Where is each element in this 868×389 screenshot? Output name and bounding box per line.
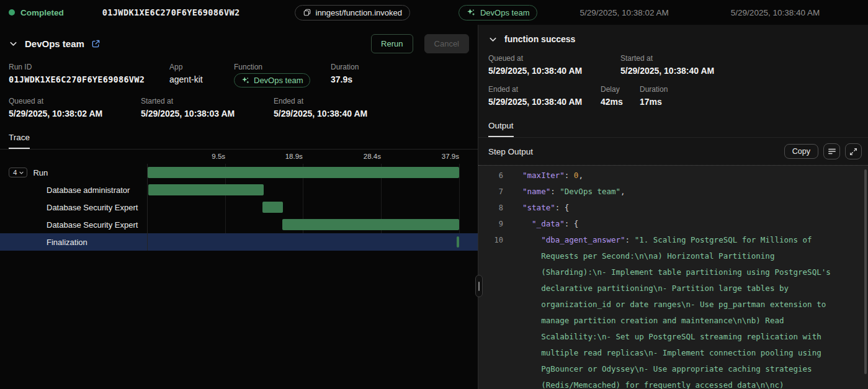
trace-rows: 4RunDatabase administratorDatabase Secur…	[0, 164, 478, 251]
sparkles-icon	[467, 8, 476, 17]
copy-button[interactable]: Copy	[784, 144, 818, 159]
right-tabs: Output	[478, 116, 868, 138]
trace-row-database-security-expert[interactable]: Database Security Expert	[0, 199, 478, 216]
trace-step-name: Database Security Expert	[47, 220, 138, 230]
wrap-lines-button[interactable]	[823, 143, 840, 159]
trace-waterfall: 9.5s18.9s28.4s37.9s 4RunDatabase adminis…	[0, 150, 478, 251]
code-scrollbar[interactable]	[864, 169, 867, 383]
function-badge-topbar[interactable]: DevOps team	[459, 5, 537, 20]
trace-row-label: Database administrator	[0, 186, 147, 195]
field-queued-at: Queued at 5/29/2025, 10:38:02 AM	[9, 97, 141, 118]
chevron-down-icon[interactable]	[488, 35, 498, 44]
trace-row-timeline	[147, 181, 459, 199]
duration-value: 37.9s	[331, 74, 359, 84]
line-number: 6	[478, 168, 503, 184]
run-start-timestamp: 5/29/2025, 10:38:02 AM	[579, 8, 668, 17]
step-metadata: Queued at 5/29/2025, 10:38:40 AM Started…	[478, 53, 868, 116]
trace-row-label: Finalization	[0, 238, 147, 247]
wrap-lines-icon	[828, 147, 836, 156]
field-started-at: Started at 5/29/2025, 10:38:40 AM	[620, 54, 714, 76]
trace-row-label: Database Security Expert	[0, 203, 147, 212]
step-output-code: 6"maxIter": 0,7"name": "DevOps team",8"s…	[478, 165, 868, 389]
sparkles-icon	[241, 76, 250, 85]
tab-output[interactable]: Output	[488, 121, 514, 137]
run-end-timestamp: 5/29/2025, 10:38:40 AM	[731, 8, 820, 17]
line-number: 9	[478, 216, 503, 232]
event-badge[interactable]: inngest/function.invoked	[295, 5, 410, 20]
code-line: 10"dba_agent_answer": "1. Scaling Postgr…	[478, 232, 868, 389]
chevron-down-icon	[19, 170, 24, 176]
code-line-text: "name": "DevOps team",	[513, 184, 868, 200]
run-metadata: Run ID 01JWDK1XE6C270F6YE69086VW2 App ag…	[0, 61, 478, 128]
run-id-value: 01JWDK1XE6C270F6YE69086VW2	[9, 74, 169, 84]
trace-row-run[interactable]: 4Run	[0, 164, 478, 181]
status-dot-icon	[9, 9, 15, 16]
axis-tick-label: 37.9s	[442, 153, 459, 160]
code-line-text: "maxIter": 0,	[513, 168, 868, 184]
trace-step-name: Database Security Expert	[47, 203, 138, 212]
event-badge-label: inngest/function.invoked	[316, 8, 402, 17]
external-link-icon[interactable]	[91, 39, 101, 48]
right-panel-title: function success	[504, 34, 575, 44]
trace-row-timeline	[147, 164, 459, 181]
trace-row-timeline	[147, 233, 459, 251]
trace-span-bar[interactable]	[148, 184, 264, 195]
trace-time-axis: 9.5s18.9s28.4s37.9s	[0, 150, 478, 164]
topbar: Completed 01JWDK1XE6C270F6YE69086VW2 inn…	[0, 0, 868, 25]
panel-resize-handle[interactable]	[475, 275, 483, 297]
topbar-run-id: 01JWDK1XE6C270F6YE69086VW2	[102, 7, 240, 17]
right-panel-header: function success	[478, 25, 868, 53]
function-badge-label: DevOps team	[480, 8, 529, 17]
trace-span-bar[interactable]	[282, 219, 459, 230]
tab-trace[interactable]: Trace	[9, 133, 30, 149]
field-ended-at: Ended at 5/29/2025, 10:38:40 AM	[488, 85, 601, 107]
cancel-button[interactable]: Cancel	[424, 34, 469, 53]
chevron-down-icon[interactable]	[9, 39, 18, 48]
trace-row-finalization[interactable]: Finalization	[0, 233, 478, 251]
line-number: 7	[478, 184, 503, 200]
function-badge-label: DevOps team	[254, 76, 303, 85]
code-line-text: "dba_agent_answer": "1. Scaling PostgreS…	[513, 232, 868, 389]
main-split: DevOps team Rerun Cancel Run ID 01JWDK1X…	[0, 25, 868, 389]
run-details-panel: DevOps team Rerun Cancel Run ID 01JWDK1X…	[0, 25, 478, 389]
axis-tick-label: 18.9s	[285, 153, 303, 160]
trace-span-bar[interactable]	[262, 202, 283, 213]
trace-row-database-administrator[interactable]: Database administrator	[0, 181, 478, 199]
trace-span-bar[interactable]	[457, 236, 459, 248]
expand-button[interactable]	[845, 143, 862, 159]
trace-step-name: Database administrator	[47, 186, 130, 195]
run-status: Completed	[20, 8, 64, 17]
field-delay: Delay 42ms	[601, 85, 640, 107]
code-line-text: "state": {	[513, 200, 868, 216]
code-line-text: "_data": {	[513, 216, 868, 232]
trace-row-database-security-expert[interactable]: Database Security Expert	[0, 216, 478, 233]
field-run-id: Run ID 01JWDK1XE6C270F6YE69086VW2	[9, 63, 169, 87]
step-output-title: Step Output	[488, 147, 779, 156]
code-scrollbar-thumb[interactable]	[864, 169, 867, 374]
field-duration: Duration 37.9s	[331, 63, 359, 87]
line-number: 10	[478, 232, 503, 389]
expand-icon	[849, 148, 857, 156]
rerun-button[interactable]: Rerun	[371, 34, 413, 53]
trace-row-label: 4Run	[0, 168, 147, 177]
function-badge[interactable]: DevOps team	[234, 73, 310, 87]
field-duration: Duration 17ms	[640, 85, 668, 107]
app-link[interactable]: agent-kit	[169, 74, 234, 84]
trace-span-bar[interactable]	[148, 167, 459, 178]
code-lines: 6"maxIter": 0,7"name": "DevOps team",8"s…	[478, 168, 868, 389]
code-line: 6"maxIter": 0,	[478, 168, 868, 184]
event-icon	[303, 8, 311, 17]
steps-count-expander[interactable]: 4	[9, 168, 27, 177]
trace-row-timeline	[147, 216, 459, 233]
left-panel-header: DevOps team Rerun Cancel	[0, 25, 478, 61]
field-started-at: Started at 5/29/2025, 10:38:03 AM	[141, 97, 274, 118]
trace-row-label: Database Security Expert	[0, 220, 147, 230]
trace-step-name: Run	[33, 168, 48, 177]
left-tabs: Trace	[0, 128, 478, 150]
step-details-panel: function success Queued at 5/29/2025, 10…	[478, 25, 868, 389]
step-output-toolbar: Step Output Copy	[478, 138, 868, 165]
code-line: 9"_data": {	[478, 216, 868, 232]
field-queued-at: Queued at 5/29/2025, 10:38:40 AM	[488, 54, 620, 76]
field-ended-at: Ended at 5/29/2025, 10:38:40 AM	[274, 97, 367, 118]
left-panel-title: DevOps team	[25, 38, 84, 49]
